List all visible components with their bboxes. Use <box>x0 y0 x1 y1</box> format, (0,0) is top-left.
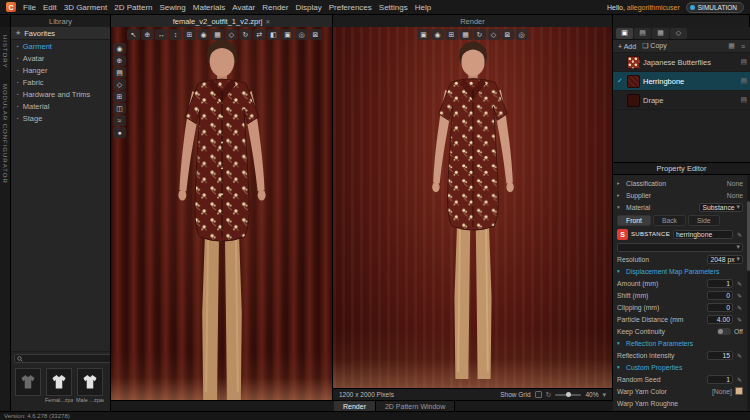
shade-view-icon[interactable]: ◧ <box>267 29 280 40</box>
topstitch-tab-icon[interactable]: ▦ <box>652 28 669 39</box>
tab-front[interactable]: Front <box>617 215 651 226</box>
fabric-row-herringbone[interactable]: ✓ Herringbone ▤ <box>613 72 750 91</box>
library-favorites-header[interactable]: ★ Favorites <box>11 27 110 40</box>
3d-viewport[interactable]: ↖ ⊕ ↔ ↕ ⊞ ◉ ▦ ◇ ↻ ⇄ ◧ ▣ ◎ ⊠ <box>111 27 333 400</box>
render-scene[interactable]: ▣ ◉ ⊞ ▦ ↻ ◇ ⊠ ◎ <box>333 27 612 388</box>
menu-render[interactable]: Render <box>262 3 288 12</box>
edit-icon[interactable]: ✎ <box>736 304 743 311</box>
menu-settings[interactable]: Settings <box>379 3 408 12</box>
resolution-select[interactable]: 2048 px ▾ <box>707 255 743 264</box>
thumbnail-item[interactable] <box>14 368 42 397</box>
edit-icon[interactable]: ✎ <box>736 231 743 238</box>
rail-tab-history[interactable]: HISTORY <box>2 35 8 68</box>
fabric-row-drape[interactable]: Drape ▤ <box>613 91 750 110</box>
render-save-icon[interactable]: ⊞ <box>445 29 458 40</box>
steam-icon[interactable]: ◇ <box>113 79 126 90</box>
library-item-avatar[interactable]: ▪Avatar <box>11 52 110 64</box>
avatar-display-icon[interactable]: ● <box>113 127 126 138</box>
menu-2d-pattern[interactable]: 2D Pattern <box>114 3 152 12</box>
render-light-icon[interactable]: ◇ <box>487 29 500 40</box>
pan-tool-icon[interactable]: ↔ <box>155 29 168 40</box>
wireframe-view-icon[interactable]: ▣ <box>281 29 294 40</box>
reset-view-icon[interactable]: ↻ <box>239 29 252 40</box>
grid-tool-icon[interactable]: ⊞ <box>183 29 196 40</box>
classification-value[interactable]: None <box>727 180 743 187</box>
username-link[interactable]: allegorithmicuser <box>627 4 680 11</box>
move-tool-icon[interactable]: ⊕ <box>141 29 154 40</box>
resolution-row[interactable]: Resolution 2048 px ▾ <box>617 253 743 265</box>
pin-tool-icon[interactable]: ◉ <box>197 29 210 40</box>
keep-continuity-toggle[interactable] <box>717 328 731 335</box>
clipping-input[interactable]: 0 <box>707 303 733 312</box>
random-seed-input[interactable]: 1 <box>707 375 733 384</box>
library-item-garment[interactable]: ▪Garment <box>11 40 110 52</box>
section-custom-properties[interactable]: ▾ Custom Properties <box>617 361 743 373</box>
library-item-hardware-trims[interactable]: ▪Hardware and Trims <box>11 88 110 100</box>
thumbnail-item[interactable]: Male ...zpac <box>76 368 104 403</box>
show-grid-checkbox[interactable] <box>535 391 542 398</box>
tab-document[interactable]: female_v2_outfit_1_v2.zprj ✕ <box>111 15 333 27</box>
close-icon[interactable]: ✕ <box>265 18 270 25</box>
material-type-select[interactable]: Substance ▾ <box>699 203 743 212</box>
sync-view-icon[interactable]: ⇄ <box>253 29 266 40</box>
fabric-tab-icon[interactable]: ▣ <box>616 28 633 39</box>
add-button[interactable]: + Add <box>618 43 636 50</box>
crop-view-icon[interactable]: ⊠ <box>309 29 322 40</box>
fabric-options-icon[interactable]: ▤ <box>740 58 747 66</box>
tab-render-window[interactable]: Render <box>334 401 376 411</box>
chevron-down-icon[interactable]: ▾ <box>602 391 606 399</box>
reflection-intensity-input[interactable]: 15 <box>707 351 733 360</box>
edit-icon[interactable]: ✎ <box>736 376 743 383</box>
substance-graph-select[interactable]: ▾ <box>617 243 743 252</box>
particle-distance-input[interactable]: 4.00 <box>707 315 733 324</box>
supplier-row[interactable]: ▸ Supplier None <box>617 189 743 201</box>
substance-name-field[interactable]: herringbone <box>673 230 733 239</box>
edit-icon[interactable]: ✎ <box>736 352 743 359</box>
select-tool-icon[interactable]: ↖ <box>127 29 140 40</box>
render-settings-icon[interactable]: ▦ <box>459 29 472 40</box>
tab-side[interactable]: Side <box>688 215 720 226</box>
menu-file[interactable]: File <box>23 3 36 12</box>
zoom-slider[interactable] <box>555 394 581 396</box>
section-reflection[interactable]: ▾ Reflection Parameters <box>617 337 743 349</box>
library-item-fabric[interactable]: ▪Fabric <box>11 76 110 88</box>
warp-yarn-color-swatch[interactable] <box>735 387 743 395</box>
tab-2d-pattern-window[interactable]: 2D Pattern Window <box>376 401 455 411</box>
fabric-options-icon[interactable]: ▤ <box>740 77 747 85</box>
material-row[interactable]: ▾ Material Substance ▾ <box>617 201 743 213</box>
tab-back[interactable]: Back <box>653 215 686 226</box>
tab-render[interactable]: Render <box>333 15 613 27</box>
camera-view-icon[interactable]: ◎ <box>295 29 308 40</box>
library-item-hanger[interactable]: ▪Hanger <box>11 64 110 76</box>
search-box[interactable] <box>14 354 111 363</box>
tab-library[interactable]: Library <box>11 15 111 27</box>
thumbnail-item[interactable]: Femal...zpac <box>45 368 73 403</box>
edit-icon[interactable]: ✎ <box>736 280 743 287</box>
zoom-level[interactable]: 40% <box>585 391 598 398</box>
render-camera-icon[interactable]: ◎ <box>515 29 528 40</box>
fabric-options-icon[interactable]: ▤ <box>740 96 747 104</box>
menu-preferences[interactable]: Preferences <box>329 3 372 12</box>
texture-view-icon[interactable]: ▦ <box>211 29 224 40</box>
measure-tool-icon[interactable]: ◫ <box>113 103 126 114</box>
copy-button[interactable]: ❏ Copy <box>642 42 667 50</box>
amount-input[interactable]: 1 <box>707 279 733 288</box>
menu-edit[interactable]: Edit <box>43 3 57 12</box>
rail-tab-modular-configurator[interactable]: MODULAR CONFIGURATOR <box>2 84 8 184</box>
render-crop-icon[interactable]: ⊠ <box>501 29 514 40</box>
menu-display[interactable]: Display <box>295 3 321 12</box>
zoom-reset-icon[interactable]: ↻ <box>546 391 552 399</box>
flatten-tool-icon[interactable]: ≈ <box>113 115 126 126</box>
button-tab-icon[interactable]: ▤ <box>634 28 651 39</box>
render-refresh-icon[interactable]: ↻ <box>473 29 486 40</box>
search-input[interactable] <box>25 355 111 362</box>
warp-yarn-color-value[interactable]: [None] <box>712 388 732 395</box>
menu-materials[interactable]: Materials <box>193 3 225 12</box>
menu-help[interactable]: Help <box>415 3 431 12</box>
sort-icon[interactable]: ▦ <box>728 42 735 50</box>
app-logo[interactable]: C <box>6 2 16 12</box>
add-pin-icon[interactable]: ⊕ <box>113 55 126 66</box>
shift-input[interactable]: 0 <box>707 291 733 300</box>
fabric-row-japanese-butterflies[interactable]: Japanese Butterflies ▤ <box>613 53 750 72</box>
classification-row[interactable]: ▸ Classification None <box>617 177 743 189</box>
